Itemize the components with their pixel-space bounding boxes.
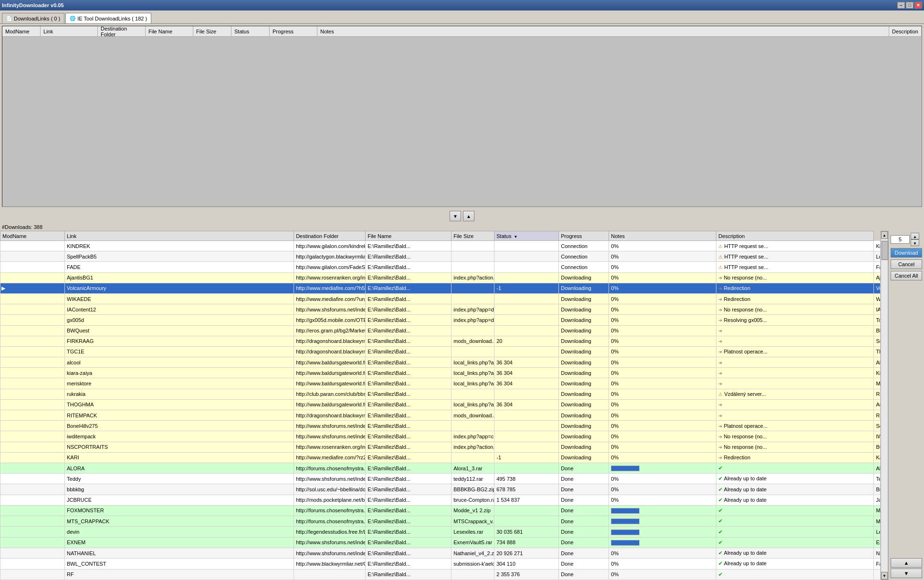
th-modname[interactable]: ModName xyxy=(0,231,65,241)
cell-modname: NSCPORTRAITS xyxy=(65,442,294,452)
table-row[interactable]: FADEhttp://www.gilalon.com/FadeSoAV3.rar… xyxy=(0,262,881,272)
download-button[interactable]: Download xyxy=(891,248,922,258)
cell-filename: index.php?app=c... xyxy=(452,431,494,442)
table-row[interactable]: BWQuesthttp://eros.gram.pl/bg2/MarketPri… xyxy=(0,325,881,336)
cell-status: Downloading xyxy=(559,304,609,315)
scrollbar-down-button[interactable]: ▼ xyxy=(881,572,888,580)
th-notes[interactable]: Notes xyxy=(609,231,716,241)
cell-status: Downloading xyxy=(559,431,609,442)
cell-filename xyxy=(452,293,494,304)
minimize-button[interactable]: − xyxy=(897,2,905,9)
table-row[interactable]: alcoolhttp://www.baldursgateworld.fr/lac… xyxy=(0,357,881,368)
cell-status: Done xyxy=(559,505,609,516)
th-status[interactable]: Status ▼ xyxy=(494,231,559,241)
tab-download-links[interactable]: 📄 DownloadLinks ( 0 ) xyxy=(2,13,64,23)
notes-text: Redirection xyxy=(722,455,750,460)
cell-link: http://www.shsforums.net/index.php?app=c… xyxy=(294,431,366,442)
cell-notes: ➜ xyxy=(716,336,874,346)
cell-description: Exnem's Vault / Exnem Items MiniMOD v5 xyxy=(874,537,881,548)
table-row[interactable]: IAContent12http://www.shsforums.net/inde… xyxy=(0,304,881,315)
cell-filesize xyxy=(494,262,559,272)
spin-input[interactable] xyxy=(891,235,910,244)
cell-filename: index.php?app=d... xyxy=(452,304,494,315)
table-row[interactable]: SpellPackB5http://galactygon.blackwyrmli… xyxy=(0,251,881,262)
table-row[interactable]: gx005dhttp://gx005d.mobile.com/OTE3MjIzM… xyxy=(0,315,881,325)
table-row[interactable]: NSCPORTRAITShttp://www.rosenranken.org/i… xyxy=(0,442,881,452)
cell-description: Alcool 0.11 xyxy=(874,357,881,368)
th-filesize[interactable]: File Size xyxy=(452,231,494,241)
table-row[interactable]: iwditempackhttp://www.shsforums.net/inde… xyxy=(0,431,881,442)
table-row[interactable]: TGC1Ehttp://dragonshoard.blackwyrmliar.n… xyxy=(0,346,881,357)
table-row[interactable]: RITEMPACKhttp://dragonshoard.blackwyrmli… xyxy=(0,410,881,421)
downloads-count: #Downloads: 388 xyxy=(0,223,924,231)
table-row[interactable]: merisktorehttp://www.baldursgateworld.fr… xyxy=(0,378,881,389)
cell-link: http://www.gilalon.com/FadeSoAV3.rar xyxy=(294,262,366,272)
table-row[interactable]: JCBRUCEhttp://mods.pocketplane.net/bruce… xyxy=(0,495,881,505)
table-row[interactable]: rukrakiahttp://club.paran.com/club/bbsdo… xyxy=(0,389,881,399)
cancel-all-button[interactable]: Cancel All xyxy=(891,271,922,280)
top-panel-content xyxy=(2,37,922,207)
cell-notes: ➜ xyxy=(716,357,874,368)
th-progress[interactable]: Progress xyxy=(559,231,609,241)
spin-up-button[interactable]: ▲ xyxy=(911,233,919,239)
cell-destfolder: E:\Ramillez\Bald... xyxy=(366,251,452,262)
th-link[interactable]: Link xyxy=(65,231,294,241)
table-row[interactable]: RFE:\Ramillez\Bald...2 355 376Done0%✔ xyxy=(0,569,881,580)
notes-icon: ⚠ xyxy=(718,243,723,249)
cell-progress: 0% xyxy=(609,442,716,452)
table-row[interactable]: AjantisBG1http://www.rosenranken.org/ind… xyxy=(0,272,881,283)
table-row[interactable]: THOGHMAhttp://www.baldursgateworld.fr/la… xyxy=(0,399,881,410)
table-row[interactable]: ALORAhttp://forums.chosenofmystra.net/in… xyxy=(0,463,881,473)
table-row[interactable]: kiara-zaiyahttp://www.baldursgateworld.f… xyxy=(0,368,881,378)
table-row[interactable]: KARIhttp://www.mediafire.com/?rz2myryrdm… xyxy=(0,452,881,463)
th-filename[interactable]: File Name xyxy=(366,231,452,241)
close-button[interactable]: ✕ xyxy=(914,2,922,9)
table-row[interactable]: EXNEMhttp://www.shsforums.net/index.php?… xyxy=(0,537,881,548)
cell-filename: local_links.php?a... xyxy=(452,378,494,389)
cell-notes: ✔ xyxy=(716,463,874,473)
cell-modname: bbbkbg xyxy=(65,484,294,495)
cell-progress: 0% xyxy=(609,559,716,569)
tab-ie-tool[interactable]: 🌐 IE Tool DownloadLinks ( 182 ) xyxy=(65,13,151,23)
cell-destfolder: E:\Ramillez\Bald... xyxy=(366,293,452,304)
table-row[interactable]: WIKAEDEhttp://www.mediafire.com/?unjktcd… xyxy=(0,293,881,304)
scroll-up-button[interactable]: ▲ xyxy=(891,558,922,568)
table-row[interactable]: bbbkbghttp://sol.usc.edu/~bbellina/downl… xyxy=(0,484,881,495)
table-row[interactable]: devinhttp://legendesstudios.free.fr/Lese… xyxy=(0,527,881,537)
table-row[interactable]: BWL_CONTESThttp://www.blackwyrmliar.net/… xyxy=(0,559,881,569)
table-row[interactable]: MTS_CRAPPACKhttp://forums.chosenofmystra… xyxy=(0,516,881,527)
cell-destfolder: E:\Ramillez\Bald... xyxy=(366,399,452,410)
cell-modname: FIRKRAAG xyxy=(65,336,294,346)
scrollbar-up-button[interactable]: ▲ xyxy=(881,231,888,239)
cancel-button[interactable]: Cancel xyxy=(891,259,922,269)
cell-description: Secret of Bone Hill 2.75a xyxy=(874,421,881,431)
table-row[interactable]: BoneHillv275http://www.shsforums.net/ind… xyxy=(0,421,881,431)
cell-status: Done xyxy=(559,516,609,527)
th-description[interactable]: Description xyxy=(716,231,874,241)
table-row[interactable]: Teddyhttp://www.shsforums.net/index.php?… xyxy=(0,474,881,484)
table-row[interactable]: KINDREKhttp://www.gilalon.com/kindrekmod… xyxy=(0,241,881,251)
spin-down-button[interactable]: ▼ xyxy=(911,239,919,246)
maximize-button[interactable]: □ xyxy=(906,2,914,9)
cell-filesize: 36 304 xyxy=(494,399,559,410)
cell-filename xyxy=(452,569,494,580)
notes-icon: ➜ xyxy=(718,381,722,386)
table-row[interactable]: FOXMONSTERhttp://forums.chosenofmystra.n… xyxy=(0,505,881,516)
table-row[interactable]: FIRKRAAGhttp://dragonshoard.blackwyrmlia… xyxy=(0,336,881,346)
filter-down-button[interactable]: ▼ xyxy=(450,211,461,221)
sort-arrow-status: ▼ xyxy=(514,235,518,239)
table-scroll-wrap[interactable]: ModName Link Destination Folder File Nam… xyxy=(0,231,888,580)
scroll-down-button[interactable]: ▼ xyxy=(891,569,922,578)
notes-text: Already up to date xyxy=(723,560,766,566)
table-row[interactable]: ▶VolcanicArmouryhttp://www.mediafire.com… xyxy=(0,283,881,293)
th-destfolder[interactable]: Destination Folder xyxy=(294,231,366,241)
scrollbar-thumb[interactable] xyxy=(882,241,888,260)
table-scrollbar[interactable]: ▲ ▼ xyxy=(881,231,888,580)
cell-progress: 0% xyxy=(609,346,716,357)
cell-filename: Modde_v1 2.zip xyxy=(452,505,494,516)
cell-filename: local_links.php?a... xyxy=(452,399,494,410)
table-row[interactable]: NATHANIELhttp://www.shsforums.net/index.… xyxy=(0,548,881,559)
filter-up-button[interactable]: ▲ xyxy=(463,211,474,221)
cell-destfolder: E:\Ramillez\Bald... xyxy=(366,431,452,442)
cell-notes: ⚠ Vzdálený server... xyxy=(716,389,874,399)
